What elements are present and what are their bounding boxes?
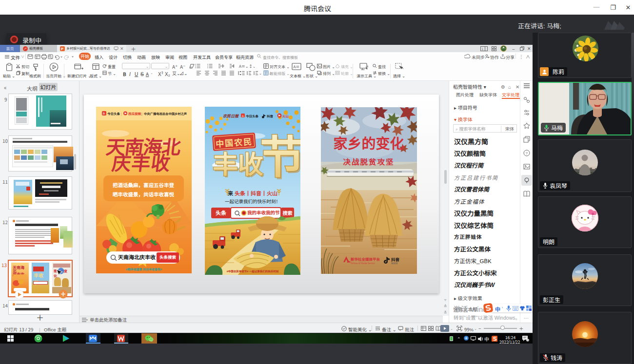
svg-text:↕⌄: ↕⌄ (249, 64, 255, 69)
svg-text:火山: 火山 (282, 114, 289, 118)
svg-text:·: · (275, 114, 277, 117)
svg-text:头条搜索: 头条搜索 (159, 254, 177, 260)
svg-text:A≡: A≡ (294, 64, 300, 69)
svg-text:今日头条: 今日头条 (107, 111, 120, 116)
svg-text:西瓜视频: 西瓜视频 (128, 111, 141, 116)
svg-text:农民日报: 农民日报 (223, 113, 239, 118)
svg-text:天南海北庆丰收: 天南海北庆丰收 (118, 253, 156, 261)
svg-text:庆丰收: 庆丰收 (111, 148, 173, 175)
svg-text:我的丰收我的节: 我的丰收我的节 (247, 209, 280, 216)
svg-text:·: · (238, 114, 241, 117)
svg-text:短视频: 短视频 (391, 262, 398, 265)
svg-text:一起记录我们的快乐时刻！: 一起记录我们的快乐时刻！ (225, 198, 280, 205)
svg-text:晒丰收盛景，共话丰收喜悦: 晒丰收盛景，共话丰收喜悦 (113, 191, 174, 198)
svg-text:#中国农民丰收节# 一起记录我们的快乐时刻: #中国农民丰收节# 一起记录我们的快乐时刻 (227, 269, 279, 273)
svg-text:把酒话桑麻，喜迎五谷丰登: 把酒话桑麻，喜迎五谷丰登 (113, 181, 174, 189)
svg-text:头: 头 (241, 114, 244, 118)
svg-text:中央广播电视总台中国乡村之声: 中央广播电视总台中国乡村之声 (144, 112, 187, 116)
svg-text:?: ? (526, 150, 528, 155)
svg-text:搜索: 搜索 (283, 209, 293, 216)
svg-text:节: 节 (260, 121, 300, 186)
svg-text:决战脱贫攻坚: 决战脱贫攻坚 (343, 156, 394, 167)
svg-text:新华社全媒体平台: 新华社全媒体平台 (351, 256, 380, 262)
svg-text:P: P (61, 46, 63, 51)
svg-text:#晒丰收盛景 共话丰收喜悦#: #晒丰收盛景 共话丰收喜悦# (126, 267, 162, 271)
svg-text:1: 1 (527, 338, 529, 342)
svg-text:Xinhua All Media Service: Xinhua All Media Service (351, 262, 375, 265)
svg-text:抖音: 抖音 (267, 114, 274, 118)
svg-text:A≡⌄: A≡⌄ (239, 64, 249, 69)
svg-text:|: | (121, 111, 122, 116)
svg-text:|: | (141, 111, 142, 116)
svg-text:今日头条: 今日头条 (245, 114, 259, 118)
svg-text:头条: 头条 (216, 209, 227, 216)
svg-text:来 头条丨抖音丨火山: 来 头条丨抖音丨火山 (227, 189, 277, 197)
svg-text:头: 头 (102, 111, 105, 115)
svg-text:⌄: ⌄ (259, 71, 262, 76)
svg-text:丰收: 丰收 (213, 144, 263, 181)
svg-text:家乡的变化: 家乡的变化 (333, 132, 404, 153)
svg-text:1: 1 (482, 46, 484, 51)
